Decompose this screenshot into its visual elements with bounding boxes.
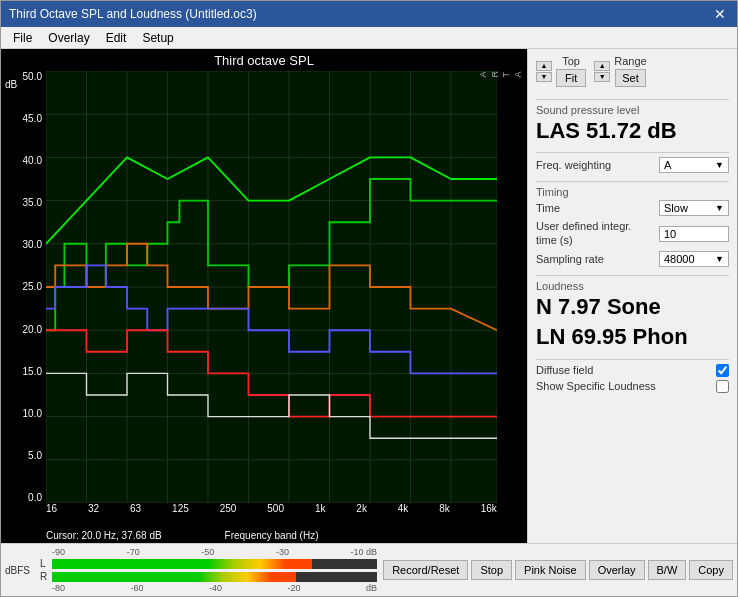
- range-group: Range Set: [614, 55, 646, 87]
- chart-area: Third octave SPL dB 50.0 45.0 40.0 35.0 …: [1, 49, 527, 543]
- divider-4: [536, 275, 729, 276]
- divider-5: [536, 359, 729, 360]
- tick-bot-20: -20: [288, 583, 301, 593]
- main-window: Third Octave SPL and Loudness (Untitled.…: [0, 0, 738, 597]
- fit-spinner: ▲ ▼: [594, 61, 610, 82]
- sampling-rate-value: 48000: [664, 253, 695, 265]
- menu-edit[interactable]: Edit: [98, 29, 135, 47]
- time-row: Time Slow ▼: [536, 200, 729, 216]
- divider-3: [536, 181, 729, 182]
- y-tick-10: 10.0: [23, 408, 42, 419]
- tick-bot-80: -80: [52, 583, 65, 593]
- diffuse-field-row: Diffuse field: [536, 364, 729, 377]
- show-specific-row: Show Specific Loudness: [536, 380, 729, 393]
- right-panel: ▲ ▼ Top Fit ▲ ▼ Range Set Sound pressu: [527, 49, 737, 543]
- x-tick-32: 32: [88, 503, 99, 514]
- x-tick-8k: 8k: [439, 503, 450, 514]
- freq-weighting-dropdown[interactable]: A ▼: [659, 157, 729, 173]
- dbfs-label: dBFS: [5, 565, 30, 576]
- x-tick-16: 16: [46, 503, 57, 514]
- cursor-info: Cursor: 20.0 Hz, 37.68 dB: [46, 530, 162, 541]
- chart-svg: [46, 71, 497, 503]
- y-tick-40: 40.0: [23, 155, 42, 166]
- top-spinner: ▲ ▼: [536, 61, 552, 82]
- top-fit-group: Top Fit: [556, 55, 586, 87]
- window-title: Third Octave SPL and Loudness (Untitled.…: [9, 7, 257, 21]
- spl-section-label: Sound pressure level: [536, 104, 729, 116]
- show-specific-checkbox[interactable]: [716, 380, 729, 393]
- tick-top-50: -50: [201, 547, 214, 557]
- menu-file[interactable]: File: [5, 29, 40, 47]
- x-tick-16k: 16k: [481, 503, 497, 514]
- y-tick-25: 25.0: [23, 281, 42, 292]
- y-tick-30: 30.0: [23, 239, 42, 250]
- action-buttons-row: Record/Reset Stop Pink Noise Overlay B/W…: [383, 560, 733, 580]
- meter-l-fill: [52, 559, 312, 569]
- freq-weighting-row: Freq. weighting A ▼: [536, 157, 729, 173]
- x-tick-4k: 4k: [398, 503, 409, 514]
- main-content: Third octave SPL dB 50.0 45.0 40.0 35.0 …: [1, 49, 737, 543]
- meter-l-label: L: [40, 558, 50, 569]
- meter-l-row: L: [40, 558, 377, 569]
- x-tick-2k: 2k: [356, 503, 367, 514]
- fit-down-btn[interactable]: ▼: [594, 72, 610, 82]
- time-dropdown[interactable]: Slow ▼: [659, 200, 729, 216]
- menu-setup[interactable]: Setup: [134, 29, 181, 47]
- show-specific-label: Show Specific Loudness: [536, 380, 656, 392]
- record-reset-button[interactable]: Record/Reset: [383, 560, 468, 580]
- user-defined-input[interactable]: [659, 226, 729, 242]
- timing-section-label: Timing: [536, 186, 729, 198]
- meter-l-bar: [52, 559, 377, 569]
- bw-button[interactable]: B/W: [648, 560, 687, 580]
- x-axis: 16 32 63 125 250 500 1k 2k 4k 8k 16k: [46, 503, 497, 523]
- range-label: Range: [614, 55, 646, 67]
- chart-title: Third octave SPL: [1, 49, 527, 70]
- y-axis: 50.0 45.0 40.0 35.0 30.0 25.0 20.0 15.0 …: [1, 71, 46, 503]
- overlay-button[interactable]: Overlay: [589, 560, 645, 580]
- meter-r-label: R: [40, 571, 50, 582]
- close-button[interactable]: ✕: [711, 6, 729, 22]
- freq-weighting-value: A: [664, 159, 671, 171]
- sampling-rate-arrow: ▼: [715, 254, 724, 264]
- spl-value: LAS 51.72 dB: [536, 118, 729, 144]
- menu-overlay[interactable]: Overlay: [40, 29, 97, 47]
- user-defined-label: User defined integr. time (s): [536, 220, 646, 246]
- title-bar: Third Octave SPL and Loudness (Untitled.…: [1, 1, 737, 27]
- top-down-btn[interactable]: ▼: [536, 72, 552, 82]
- bottom-bar: dBFS -90 -70 -50 -30 -10 dB L R: [1, 543, 737, 596]
- tick-bot-60: -60: [131, 583, 144, 593]
- tick-bot-40: -40: [209, 583, 222, 593]
- bottom-content: dBFS -90 -70 -50 -30 -10 dB L R: [5, 547, 733, 593]
- stop-button[interactable]: Stop: [471, 560, 512, 580]
- pink-noise-button[interactable]: Pink Noise: [515, 560, 586, 580]
- tick-top-70: -70: [127, 547, 140, 557]
- time-label: Time: [536, 202, 560, 214]
- divider-1: [536, 99, 729, 100]
- meter-r-bar: [52, 572, 377, 582]
- sampling-rate-dropdown[interactable]: 48000 ▼: [659, 251, 729, 267]
- sampling-rate-label: Sampling rate: [536, 253, 604, 265]
- arta-label: ARTA: [478, 71, 525, 78]
- y-tick-20: 20.0: [23, 324, 42, 335]
- loudness-section-label: Loudness: [536, 280, 729, 292]
- time-value: Slow: [664, 202, 688, 214]
- meter-ticks-top: -90 -70 -50 -30 -10 dB: [52, 547, 377, 557]
- top-up-btn[interactable]: ▲: [536, 61, 552, 71]
- y-tick-15: 15.0: [23, 366, 42, 377]
- fit-button[interactable]: Fit: [556, 69, 586, 87]
- copy-button[interactable]: Copy: [689, 560, 733, 580]
- tick-top-30: -30: [276, 547, 289, 557]
- loudness-ln-value: LN 69.95 Phon: [536, 324, 729, 350]
- meter-r-row: R: [40, 571, 377, 582]
- meter-ticks-bottom: -80 -60 -40 -20 dB: [52, 583, 377, 593]
- set-button[interactable]: Set: [615, 69, 646, 87]
- tick-top-10: -10 dB: [351, 547, 378, 557]
- y-tick-5: 5.0: [28, 450, 42, 461]
- tick-bot-db: dB: [366, 583, 377, 593]
- diffuse-field-checkbox[interactable]: [716, 364, 729, 377]
- loudness-n-value: N 7.97 Sone: [536, 294, 729, 320]
- top-range-controls: ▲ ▼ Top Fit ▲ ▼ Range Set: [536, 55, 729, 87]
- fit-up-btn[interactable]: ▲: [594, 61, 610, 71]
- freq-weighting-arrow: ▼: [715, 160, 724, 170]
- x-tick-500: 500: [267, 503, 284, 514]
